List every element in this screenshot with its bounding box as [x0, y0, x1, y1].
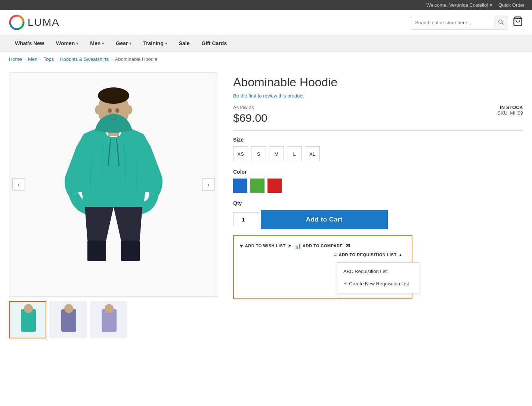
- svg-rect-19: [121, 241, 140, 261]
- actions-row: ♥ ADD TO WISH LIST |▾ 📊 ADD TO COMPARE ✉…: [240, 241, 406, 259]
- price-section: As low as $69.00: [233, 105, 267, 124]
- size-options: XS S M L XL: [233, 146, 523, 161]
- breadcrumb-hoodies[interactable]: Hoodies & Sweatshirts: [60, 56, 109, 62]
- heart-icon: ♥: [240, 243, 243, 249]
- nav-item-whats-new[interactable]: What's New: [9, 35, 50, 52]
- breadcrumb-home[interactable]: Home: [9, 56, 22, 62]
- cart-icon[interactable]: [513, 16, 523, 29]
- list-icon: ≡: [334, 252, 337, 258]
- price-label: As low as: [233, 105, 267, 110]
- stock-info: IN STOCK SKU: MH09: [497, 105, 523, 116]
- color-blue[interactable]: [233, 179, 247, 193]
- svg-point-1: [499, 20, 502, 23]
- add-to-wish-list-button[interactable]: ♥ ADD TO WISH LIST |▾: [240, 241, 294, 250]
- gear-chevron: ▾: [129, 41, 131, 46]
- add-to-compare-button[interactable]: 📊 ADD TO COMPARE: [294, 241, 346, 250]
- nav-item-women[interactable]: Women ▾: [50, 35, 84, 52]
- in-stock-badge: IN STOCK: [497, 105, 523, 110]
- size-l[interactable]: L: [287, 146, 302, 161]
- req-list-create-new[interactable]: + Create New Requisition List: [337, 277, 419, 290]
- divider: [233, 130, 523, 131]
- product-info: Abominable Hoodie Be the first to review…: [233, 72, 523, 338]
- svg-point-15: [95, 105, 101, 114]
- top-bar: Welcome, Veronica Costello! ▾ Quick Orde…: [0, 0, 532, 10]
- welcome-chevron: ▾: [490, 2, 492, 8]
- sku-value: MH09: [510, 110, 523, 116]
- svg-point-13: [108, 108, 112, 113]
- requisition-dropdown: ABC Requisition List + Create New Requis…: [337, 262, 419, 293]
- actions-area: ♥ ADD TO WISH LIST |▾ 📊 ADD TO COMPARE ✉…: [233, 235, 412, 299]
- svg-rect-18: [87, 241, 106, 261]
- price-row: As low as $69.00 IN STOCK SKU: MH09: [233, 105, 523, 124]
- search-icon: [498, 19, 504, 25]
- thumbnails: [9, 301, 218, 338]
- size-s[interactable]: S: [251, 146, 266, 161]
- size-xs[interactable]: XS: [233, 146, 248, 161]
- breadcrumb-men[interactable]: Men: [28, 56, 37, 62]
- cart-svg: [513, 16, 523, 27]
- logo[interactable]: LUMA: [9, 15, 60, 30]
- product-layout: ‹: [0, 66, 532, 344]
- gallery-prev-button[interactable]: ‹: [12, 178, 25, 191]
- product-main-image: [46, 80, 181, 289]
- color-options: [233, 179, 523, 193]
- req-list-chevron: ▲: [399, 252, 403, 257]
- nav-item-sale[interactable]: Sale: [173, 35, 196, 52]
- size-xl[interactable]: XL: [305, 146, 320, 161]
- logo-icon: [9, 15, 25, 30]
- men-chevron: ▾: [102, 41, 104, 46]
- wish-list-chevron: |▾: [287, 244, 291, 248]
- thumbnail-1[interactable]: [9, 301, 46, 338]
- email-icon: ✉: [346, 243, 350, 249]
- thumbnail-3[interactable]: [90, 301, 127, 338]
- email-button[interactable]: ✉: [346, 241, 353, 250]
- color-green[interactable]: [250, 179, 265, 193]
- gallery-next-button[interactable]: ›: [202, 178, 215, 191]
- svg-point-22: [24, 304, 33, 313]
- welcome-message[interactable]: Welcome, Veronica Costello! ▾: [426, 2, 492, 8]
- search-box: [411, 16, 508, 30]
- product-price: $69.00: [233, 112, 267, 124]
- header-right: [411, 16, 523, 30]
- svg-point-28: [105, 304, 114, 313]
- size-label: Size: [233, 137, 523, 143]
- compare-icon: 📊: [294, 243, 301, 249]
- review-link[interactable]: Be the first to review this product: [233, 93, 523, 99]
- qty-input[interactable]: [233, 212, 259, 227]
- logo-text: LUMA: [28, 16, 60, 28]
- svg-line-2: [502, 23, 503, 24]
- nav-item-training[interactable]: Training ▾: [137, 35, 173, 52]
- training-chevron: ▾: [165, 41, 167, 46]
- svg-point-16: [126, 105, 132, 114]
- size-m[interactable]: M: [269, 146, 284, 161]
- search-input[interactable]: [411, 17, 494, 28]
- add-to-cart-button[interactable]: Add to Cart: [261, 210, 388, 229]
- breadcrumb-current: Abominable Hoodie: [115, 56, 157, 62]
- qty-label: Qty: [233, 200, 523, 206]
- breadcrumb: Home › Men › Tops › Hoodies & Sweatshirt…: [0, 52, 532, 66]
- svg-point-17: [98, 87, 129, 104]
- add-to-requisition-list-button[interactable]: ≡ ADD TO REQUISITION LIST ▲: [334, 250, 406, 259]
- nav-item-gift-cards[interactable]: Gift Cards: [196, 35, 233, 52]
- nav-item-gear[interactable]: Gear ▾: [110, 35, 137, 52]
- product-title: Abominable Hoodie: [233, 75, 523, 89]
- breadcrumb-tops[interactable]: Tops: [44, 56, 54, 62]
- main-nav: What's New Women ▾ Men ▾ Gear ▾ Training…: [0, 35, 532, 52]
- main-image-container: ‹: [9, 72, 218, 297]
- color-label: Color: [233, 169, 523, 175]
- plus-icon: +: [343, 280, 347, 287]
- product-gallery: ‹: [9, 72, 218, 338]
- nav-item-men[interactable]: Men ▾: [84, 35, 110, 52]
- search-button[interactable]: [494, 16, 508, 29]
- site-header: LUMA: [0, 10, 532, 35]
- svg-point-14: [115, 108, 119, 113]
- color-red[interactable]: [267, 179, 282, 193]
- women-chevron: ▾: [76, 41, 78, 46]
- thumbnail-2[interactable]: [49, 301, 87, 338]
- svg-point-25: [64, 304, 73, 313]
- req-list-item-abc[interactable]: ABC Requisition List: [337, 266, 419, 277]
- quick-order-link[interactable]: Quick Order: [498, 2, 525, 8]
- sku-info: SKU: MH09: [497, 110, 523, 116]
